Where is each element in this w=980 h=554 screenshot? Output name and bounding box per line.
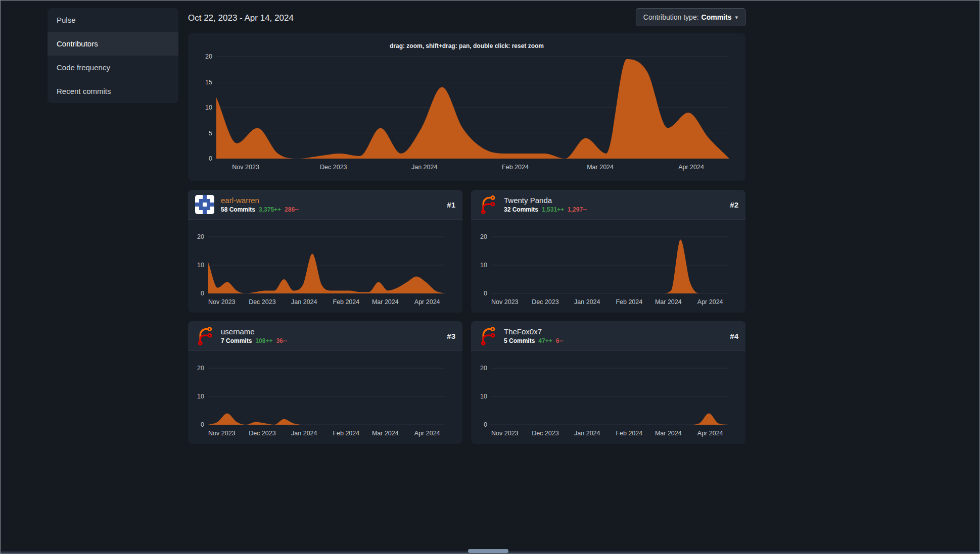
svg-text:Feb 2024: Feb 2024 — [333, 298, 359, 306]
svg-text:10: 10 — [197, 262, 204, 269]
contributor-rank: #3 — [447, 332, 455, 340]
commit-count: 58 Commits — [221, 206, 255, 213]
additions-count: 108++ — [255, 337, 272, 344]
contributor-card-4: TheFox0x7 5 Commits 47++ 6-- #4 01020Nov… — [471, 321, 745, 444]
svg-text:20: 20 — [205, 53, 212, 60]
contributor-avatar[interactable] — [195, 195, 214, 214]
svg-text:Jan 2024: Jan 2024 — [411, 164, 437, 171]
svg-text:10: 10 — [480, 393, 487, 400]
svg-text:Apr 2024: Apr 2024 — [414, 298, 440, 306]
svg-text:Nov 2023: Nov 2023 — [208, 298, 236, 306]
svg-text:Apr 2024: Apr 2024 — [697, 430, 723, 437]
svg-text:Dec 2023: Dec 2023 — [532, 298, 559, 306]
svg-text:Feb 2024: Feb 2024 — [502, 164, 529, 171]
contributor-rank: #1 — [447, 200, 455, 209]
contributor-name-link[interactable]: earl-warren — [221, 196, 299, 205]
contributors-main: Oct 22, 2023 - Apr 14, 2024 Contribution… — [188, 8, 745, 444]
contributor-avatar — [478, 195, 497, 214]
contributor-stats: 7 Commits 108++ 36-- — [221, 337, 287, 344]
svg-text:Jan 2024: Jan 2024 — [574, 298, 600, 306]
svg-text:Apr 2024: Apr 2024 — [414, 430, 440, 437]
svg-text:20: 20 — [197, 365, 204, 372]
svg-text:Feb 2024: Feb 2024 — [616, 298, 642, 306]
svg-text:Dec 2023: Dec 2023 — [532, 430, 559, 437]
contributor-activity-chart[interactable]: 01020Nov 2023Dec 2023Jan 2024Feb 2024Mar… — [474, 233, 735, 310]
svg-text:Nov 2023: Nov 2023 — [491, 298, 519, 306]
commit-count: 32 Commits — [504, 206, 538, 213]
svg-text:Apr 2024: Apr 2024 — [678, 164, 704, 171]
svg-text:Mar 2024: Mar 2024 — [655, 430, 682, 437]
contributors-page: Pulse Contributors Code frequency Recent… — [1, 1, 979, 444]
sidebar-item-contributors[interactable]: Contributors — [48, 32, 178, 56]
deletions-count: 6-- — [556, 337, 564, 344]
contributor-stats: 5 Commits 47++ 6-- — [504, 337, 563, 344]
svg-text:Jan 2024: Jan 2024 — [574, 430, 600, 437]
svg-text:Mar 2024: Mar 2024 — [372, 298, 399, 306]
contributor-stats: 58 Commits 3,375++ 286-- — [221, 206, 299, 213]
chart-zoom-hint: drag: zoom, shift+drag: pan, double clic… — [195, 42, 738, 49]
svg-text:10: 10 — [205, 104, 212, 111]
svg-text:Dec 2023: Dec 2023 — [249, 430, 276, 437]
svg-text:Mar 2024: Mar 2024 — [372, 430, 399, 437]
svg-text:0: 0 — [201, 290, 204, 297]
svg-text:Jan 2024: Jan 2024 — [291, 298, 317, 306]
contributor-chart-wrap: 01020Nov 2023Dec 2023Jan 2024Feb 2024Mar… — [471, 220, 745, 313]
svg-text:Nov 2023: Nov 2023 — [208, 430, 236, 437]
svg-text:Jan 2024: Jan 2024 — [291, 430, 317, 437]
svg-text:Nov 2023: Nov 2023 — [232, 164, 259, 171]
contributor-name: Twenty Panda — [504, 196, 587, 205]
svg-text:0: 0 — [209, 155, 212, 162]
contributor-activity-chart[interactable]: 01020Nov 2023Dec 2023Jan 2024Feb 2024Mar… — [474, 364, 735, 441]
contributor-card-header: TheFox0x7 5 Commits 47++ 6-- #4 — [471, 321, 745, 351]
contributor-stats: 32 Commits 1,531++ 1,297-- — [504, 206, 587, 213]
svg-text:20: 20 — [480, 233, 487, 240]
overall-activity-card: drag: zoom, shift+drag: pan, double clic… — [188, 33, 745, 181]
commit-count: 7 Commits — [221, 337, 252, 344]
contributor-card-3: username 7 Commits 108++ 36-- #3 01020No… — [188, 321, 462, 444]
contributor-card-header: earl-warren 58 Commits 3,375++ 286-- #1 — [188, 190, 462, 220]
additions-count: 1,531++ — [542, 206, 564, 213]
contributor-card-header: username 7 Commits 108++ 36-- #3 — [188, 321, 462, 351]
contributor-chart-wrap: 01020Nov 2023Dec 2023Jan 2024Feb 2024Mar… — [188, 351, 462, 444]
contributor-chart-wrap: 01020Nov 2023Dec 2023Jan 2024Feb 2024Mar… — [471, 351, 745, 444]
svg-text:10: 10 — [197, 393, 204, 400]
contributor-info: username 7 Commits 108++ 36-- — [221, 327, 287, 344]
activity-sidebar: Pulse Contributors Code frequency Recent… — [48, 8, 178, 103]
contributor-chart-wrap: 01020Nov 2023Dec 2023Jan 2024Feb 2024Mar… — [188, 220, 462, 313]
overall-activity-chart[interactable]: 05101520Nov 2023Dec 2023Jan 2024Feb 2024… — [195, 52, 738, 179]
contribution-type-button[interactable]: Contribution type: Commits ▾ — [636, 8, 745, 26]
svg-text:0: 0 — [201, 421, 204, 428]
contributor-activity-chart[interactable]: 01020Nov 2023Dec 2023Jan 2024Feb 2024Mar… — [191, 233, 452, 310]
svg-text:Mar 2024: Mar 2024 — [587, 164, 614, 171]
additions-count: 47++ — [538, 337, 552, 344]
date-range: Oct 22, 2023 - Apr 14, 2024 — [188, 13, 294, 23]
commit-count: 5 Commits — [504, 337, 535, 344]
svg-text:20: 20 — [480, 365, 487, 372]
sidebar-item-pulse[interactable]: Pulse — [48, 8, 178, 32]
svg-text:Feb 2024: Feb 2024 — [333, 430, 359, 437]
svg-text:Apr 2024: Apr 2024 — [697, 298, 723, 306]
contributor-info: earl-warren 58 Commits 3,375++ 286-- — [221, 196, 299, 213]
sidebar-item-code-frequency[interactable]: Code frequency — [48, 56, 178, 79]
svg-text:Dec 2023: Dec 2023 — [320, 164, 347, 171]
horizontal-scrollbar-thumb[interactable] — [468, 549, 508, 553]
caret-down-icon: ▾ — [735, 15, 738, 20]
contributor-card-1: earl-warren 58 Commits 3,375++ 286-- #1 … — [188, 190, 462, 313]
contributor-activity-chart[interactable]: 01020Nov 2023Dec 2023Jan 2024Feb 2024Mar… — [191, 364, 452, 441]
contributor-info: TheFox0x7 5 Commits 47++ 6-- — [504, 327, 563, 344]
contributor-avatar — [478, 326, 497, 345]
contributor-grid: earl-warren 58 Commits 3,375++ 286-- #1 … — [188, 190, 745, 444]
sidebar-item-recent-commits[interactable]: Recent commits — [48, 79, 178, 103]
deletions-count: 286-- — [285, 206, 299, 213]
contributor-name: username — [221, 327, 287, 336]
svg-text:0: 0 — [484, 290, 487, 297]
contributor-card-2: Twenty Panda 32 Commits 1,531++ 1,297-- … — [471, 190, 745, 313]
svg-text:Nov 2023: Nov 2023 — [491, 430, 519, 437]
contributor-info: Twenty Panda 32 Commits 1,531++ 1,297-- — [504, 196, 587, 213]
deletions-count: 36-- — [276, 337, 287, 344]
svg-text:15: 15 — [205, 79, 212, 86]
svg-text:5: 5 — [209, 130, 212, 137]
app-window: Pulse Contributors Code frequency Recent… — [0, 0, 980, 554]
additions-count: 3,375++ — [259, 206, 281, 213]
contributor-name: TheFox0x7 — [504, 327, 563, 336]
